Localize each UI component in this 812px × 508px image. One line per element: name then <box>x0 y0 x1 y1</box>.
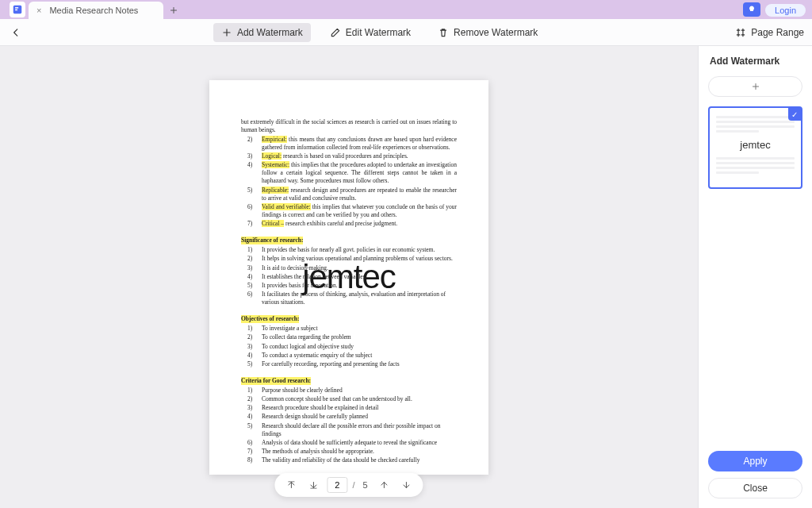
titlebar: × Media Research Notes Login <box>0 0 812 19</box>
back-button[interactable] <box>8 25 24 40</box>
watermark-thumbnail-label: jemtec <box>716 139 795 151</box>
side-panel: Add Watermark ✓ jemtec Apply Close <box>698 46 812 508</box>
criteria-list: Purpose should be clearly defined Common… <box>241 387 457 464</box>
thumb-lines-top <box>716 116 795 133</box>
principles-list: Empirical: this means that any conclusio… <box>241 136 457 228</box>
svg-rect-4 <box>310 488 316 489</box>
watermark-thumbnail[interactable]: ✓ jemtec <box>708 106 802 189</box>
svg-rect-2 <box>15 10 17 10</box>
thumb-lines-bottom <box>716 157 795 174</box>
page-total: 5 <box>359 480 370 490</box>
apply-button[interactable]: Apply <box>708 451 802 471</box>
remove-watermark-label: Remove Watermark <box>454 27 538 38</box>
tips-icon[interactable] <box>743 2 760 17</box>
app-icon[interactable] <box>10 2 25 17</box>
main: jemtec but extremely difficult in the so… <box>0 46 812 508</box>
objectives-list: To investigate a subject To collect data… <box>241 325 457 368</box>
toolbar: Add Watermark Edit Watermark Remove Wate… <box>0 19 812 46</box>
section-objectives: Objectives of research: <box>241 315 299 323</box>
canvas-area[interactable]: jemtec but extremely difficult in the so… <box>0 46 698 508</box>
add-watermark-button[interactable]: Add Watermark <box>213 23 311 42</box>
page-separator: / <box>352 480 354 490</box>
page-range-button[interactable]: Page Range <box>735 27 804 38</box>
close-icon[interactable]: × <box>36 6 41 15</box>
next-page-button[interactable] <box>398 476 416 494</box>
svg-rect-1 <box>15 7 18 8</box>
check-icon: ✓ <box>788 108 801 121</box>
pager: / 5 <box>274 473 423 497</box>
intro-text: but extremely difficult in the social sc… <box>241 118 457 134</box>
prev-page-button[interactable] <box>376 476 393 494</box>
edit-watermark-label: Edit Watermark <box>346 27 411 38</box>
page-range-label: Page Range <box>751 27 804 38</box>
page-input[interactable] <box>327 477 347 493</box>
tab-document[interactable]: × Media Research Notes <box>29 2 163 19</box>
edit-watermark-button[interactable]: Edit Watermark <box>322 23 419 42</box>
add-watermark-slot[interactable] <box>708 76 802 97</box>
tab-title: Media Research Notes <box>49 6 138 15</box>
go-first-button[interactable] <box>282 476 300 494</box>
significance-list: It provides the basis for nearly all gov… <box>241 246 457 306</box>
section-criteria: Criteria for Good research: <box>241 377 311 385</box>
new-tab-button[interactable] <box>163 2 184 19</box>
add-watermark-label: Add Watermark <box>237 27 303 38</box>
remove-watermark-button[interactable]: Remove Watermark <box>430 23 546 42</box>
go-last-button[interactable] <box>304 476 322 494</box>
svg-rect-3 <box>288 482 294 483</box>
document-page: jemtec but extremely difficult in the so… <box>209 80 488 475</box>
login-button[interactable]: Login <box>765 4 806 17</box>
section-significance: Significance of research: <box>241 237 303 244</box>
close-button[interactable]: Close <box>708 478 802 498</box>
side-panel-heading: Add Watermark <box>699 46 812 76</box>
